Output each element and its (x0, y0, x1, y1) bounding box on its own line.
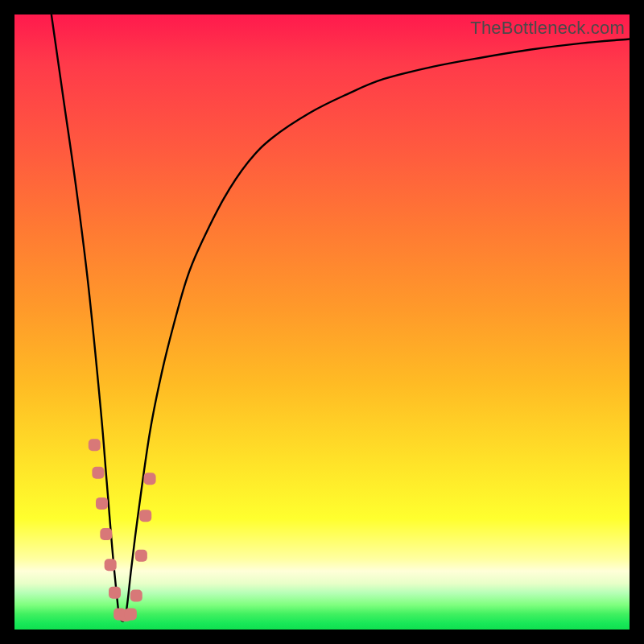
data-marker (105, 559, 117, 571)
data-marker (109, 587, 121, 599)
data-marker (130, 589, 142, 601)
data-marker (139, 510, 151, 522)
data-marker (96, 497, 108, 510)
plot-area: TheBottleneck.com (14, 14, 630, 630)
markers-layer (14, 14, 630, 630)
data-marker (135, 550, 147, 562)
markers-group (89, 439, 156, 621)
data-marker (144, 473, 156, 485)
chart-stage: TheBottleneck.com (0, 0, 644, 644)
data-marker (100, 528, 112, 540)
data-marker (92, 467, 104, 479)
watermark-text: TheBottleneck.com (470, 18, 625, 39)
data-marker (89, 439, 101, 451)
data-marker (125, 608, 137, 620)
